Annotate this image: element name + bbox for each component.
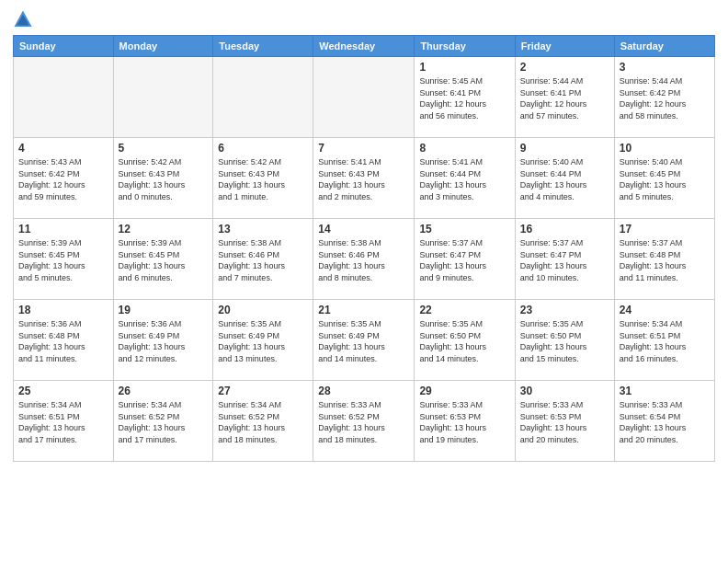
cell-info: Sunrise: 5:42 AM Sunset: 6:43 PM Dayligh… xyxy=(218,156,308,202)
day-number: 10 xyxy=(620,142,710,155)
day-header-wednesday: Wednesday xyxy=(313,36,415,57)
day-number: 26 xyxy=(119,385,209,397)
calendar-week-4: 18Sunrise: 5:36 AM Sunset: 6:48 PM Dayli… xyxy=(14,300,715,381)
calendar-cell: 19Sunrise: 5:36 AM Sunset: 6:49 PM Dayli… xyxy=(113,300,213,381)
cell-info: Sunrise: 5:44 AM Sunset: 6:41 PM Dayligh… xyxy=(520,75,609,121)
calendar-cell: 18Sunrise: 5:36 AM Sunset: 6:48 PM Dayli… xyxy=(14,300,114,381)
day-number: 18 xyxy=(18,304,108,316)
day-number: 19 xyxy=(119,304,209,316)
day-number: 22 xyxy=(419,304,509,316)
logo-icon xyxy=(13,9,33,29)
calendar-cell: 5Sunrise: 5:42 AM Sunset: 6:43 PM Daylig… xyxy=(113,138,213,219)
day-header-saturday: Saturday xyxy=(614,36,714,57)
calendar-week-1: 1Sunrise: 5:45 AM Sunset: 6:41 PM Daylig… xyxy=(14,57,715,138)
cell-info: Sunrise: 5:38 AM Sunset: 6:46 PM Dayligh… xyxy=(318,237,409,283)
day-number: 11 xyxy=(18,223,108,236)
day-number: 21 xyxy=(318,304,409,316)
day-number: 15 xyxy=(419,223,509,236)
calendar-cell: 17Sunrise: 5:37 AM Sunset: 6:48 PM Dayli… xyxy=(614,219,714,300)
calendar-cell: 21Sunrise: 5:35 AM Sunset: 6:49 PM Dayli… xyxy=(313,300,415,381)
day-number: 31 xyxy=(620,385,710,397)
cell-info: Sunrise: 5:37 AM Sunset: 6:48 PM Dayligh… xyxy=(620,237,710,283)
calendar-cell: 7Sunrise: 5:41 AM Sunset: 6:43 PM Daylig… xyxy=(313,138,415,219)
calendar-cell: 22Sunrise: 5:35 AM Sunset: 6:50 PM Dayli… xyxy=(415,300,515,381)
calendar-cell: 26Sunrise: 5:34 AM Sunset: 6:52 PM Dayli… xyxy=(113,381,213,462)
calendar-table: SundayMondayTuesdayWednesdayThursdayFrid… xyxy=(13,35,715,462)
day-header-friday: Friday xyxy=(515,36,614,57)
day-number: 23 xyxy=(520,304,609,316)
calendar-cell: 27Sunrise: 5:34 AM Sunset: 6:52 PM Dayli… xyxy=(213,381,313,462)
day-number: 5 xyxy=(119,142,209,155)
calendar-cell xyxy=(14,57,114,138)
calendar-cell: 1Sunrise: 5:45 AM Sunset: 6:41 PM Daylig… xyxy=(415,57,515,138)
calendar-cell: 6Sunrise: 5:42 AM Sunset: 6:43 PM Daylig… xyxy=(213,138,313,219)
calendar-cell: 11Sunrise: 5:39 AM Sunset: 6:45 PM Dayli… xyxy=(14,219,114,300)
day-number: 27 xyxy=(218,385,308,397)
day-number: 25 xyxy=(18,385,108,397)
cell-info: Sunrise: 5:35 AM Sunset: 6:50 PM Dayligh… xyxy=(520,318,609,364)
calendar-cell: 10Sunrise: 5:40 AM Sunset: 6:45 PM Dayli… xyxy=(614,138,714,219)
calendar-cell: 12Sunrise: 5:39 AM Sunset: 6:45 PM Dayli… xyxy=(113,219,213,300)
cell-info: Sunrise: 5:36 AM Sunset: 6:48 PM Dayligh… xyxy=(18,318,108,364)
calendar-cell xyxy=(113,57,213,138)
day-number: 20 xyxy=(218,304,308,316)
calendar-cell: 20Sunrise: 5:35 AM Sunset: 6:49 PM Dayli… xyxy=(213,300,313,381)
cell-info: Sunrise: 5:35 AM Sunset: 6:49 PM Dayligh… xyxy=(218,318,308,364)
day-number: 30 xyxy=(520,385,609,397)
cell-info: Sunrise: 5:35 AM Sunset: 6:49 PM Dayligh… xyxy=(318,318,409,364)
day-number: 12 xyxy=(119,223,209,236)
logo xyxy=(13,9,37,29)
calendar-cell: 4Sunrise: 5:43 AM Sunset: 6:42 PM Daylig… xyxy=(14,138,114,219)
day-number: 6 xyxy=(218,142,308,155)
cell-info: Sunrise: 5:43 AM Sunset: 6:42 PM Dayligh… xyxy=(18,156,108,202)
day-header-thursday: Thursday xyxy=(415,36,515,57)
calendar-week-2: 4Sunrise: 5:43 AM Sunset: 6:42 PM Daylig… xyxy=(14,138,715,219)
cell-info: Sunrise: 5:40 AM Sunset: 6:45 PM Dayligh… xyxy=(620,156,710,202)
page-container: SundayMondayTuesdayWednesdayThursdayFrid… xyxy=(0,0,728,471)
calendar-cell: 9Sunrise: 5:40 AM Sunset: 6:44 PM Daylig… xyxy=(515,138,614,219)
cell-info: Sunrise: 5:33 AM Sunset: 6:52 PM Dayligh… xyxy=(318,399,409,445)
day-number: 29 xyxy=(419,385,509,397)
calendar-cell: 29Sunrise: 5:33 AM Sunset: 6:53 PM Dayli… xyxy=(415,381,515,462)
cell-info: Sunrise: 5:33 AM Sunset: 6:53 PM Dayligh… xyxy=(419,399,509,445)
calendar-cell: 14Sunrise: 5:38 AM Sunset: 6:46 PM Dayli… xyxy=(313,219,415,300)
cell-info: Sunrise: 5:34 AM Sunset: 6:51 PM Dayligh… xyxy=(620,318,710,364)
cell-info: Sunrise: 5:45 AM Sunset: 6:41 PM Dayligh… xyxy=(419,75,509,121)
cell-info: Sunrise: 5:36 AM Sunset: 6:49 PM Dayligh… xyxy=(119,318,209,364)
cell-info: Sunrise: 5:40 AM Sunset: 6:44 PM Dayligh… xyxy=(520,156,609,202)
calendar-cell: 8Sunrise: 5:41 AM Sunset: 6:44 PM Daylig… xyxy=(415,138,515,219)
cell-info: Sunrise: 5:34 AM Sunset: 6:52 PM Dayligh… xyxy=(119,399,209,445)
day-number: 28 xyxy=(318,385,409,397)
calendar-week-3: 11Sunrise: 5:39 AM Sunset: 6:45 PM Dayli… xyxy=(14,219,715,300)
day-header-monday: Monday xyxy=(113,36,213,57)
cell-info: Sunrise: 5:41 AM Sunset: 6:43 PM Dayligh… xyxy=(318,156,409,202)
calendar-cell xyxy=(213,57,313,138)
calendar-cell: 31Sunrise: 5:33 AM Sunset: 6:54 PM Dayli… xyxy=(614,381,714,462)
calendar-cell: 13Sunrise: 5:38 AM Sunset: 6:46 PM Dayli… xyxy=(213,219,313,300)
cell-info: Sunrise: 5:34 AM Sunset: 6:52 PM Dayligh… xyxy=(218,399,308,445)
day-number: 8 xyxy=(419,142,509,155)
calendar-cell xyxy=(313,57,415,138)
cell-info: Sunrise: 5:33 AM Sunset: 6:53 PM Dayligh… xyxy=(520,399,609,445)
day-number: 16 xyxy=(520,223,609,236)
day-number: 14 xyxy=(318,223,409,236)
calendar-header-row: SundayMondayTuesdayWednesdayThursdayFrid… xyxy=(14,36,715,57)
calendar-cell: 28Sunrise: 5:33 AM Sunset: 6:52 PM Dayli… xyxy=(313,381,415,462)
cell-info: Sunrise: 5:38 AM Sunset: 6:46 PM Dayligh… xyxy=(218,237,308,283)
calendar-cell: 23Sunrise: 5:35 AM Sunset: 6:50 PM Dayli… xyxy=(515,300,614,381)
cell-info: Sunrise: 5:35 AM Sunset: 6:50 PM Dayligh… xyxy=(419,318,509,364)
day-number: 13 xyxy=(218,223,308,236)
cell-info: Sunrise: 5:42 AM Sunset: 6:43 PM Dayligh… xyxy=(119,156,209,202)
day-number: 1 xyxy=(419,61,509,74)
calendar-cell: 15Sunrise: 5:37 AM Sunset: 6:47 PM Dayli… xyxy=(415,219,515,300)
cell-info: Sunrise: 5:37 AM Sunset: 6:47 PM Dayligh… xyxy=(520,237,609,283)
calendar-cell: 25Sunrise: 5:34 AM Sunset: 6:51 PM Dayli… xyxy=(14,381,114,462)
cell-info: Sunrise: 5:37 AM Sunset: 6:47 PM Dayligh… xyxy=(419,237,509,283)
calendar-cell: 2Sunrise: 5:44 AM Sunset: 6:41 PM Daylig… xyxy=(515,57,614,138)
cell-info: Sunrise: 5:34 AM Sunset: 6:51 PM Dayligh… xyxy=(18,399,108,445)
cell-info: Sunrise: 5:41 AM Sunset: 6:44 PM Dayligh… xyxy=(419,156,509,202)
header xyxy=(13,9,715,29)
calendar-week-5: 25Sunrise: 5:34 AM Sunset: 6:51 PM Dayli… xyxy=(14,381,715,462)
calendar-cell: 24Sunrise: 5:34 AM Sunset: 6:51 PM Dayli… xyxy=(614,300,714,381)
day-header-sunday: Sunday xyxy=(14,36,114,57)
